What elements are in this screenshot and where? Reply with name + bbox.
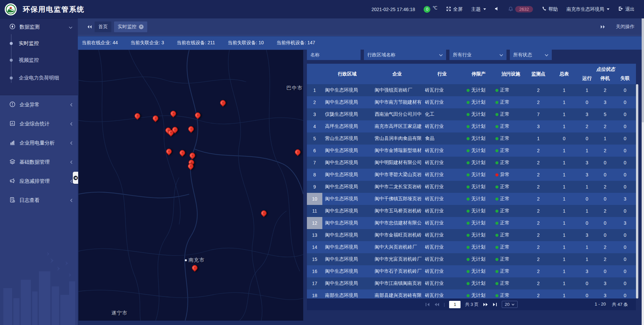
page-size-select[interactable]: 20 xyxy=(502,301,518,308)
first-page-button[interactable] xyxy=(425,303,430,307)
help-button[interactable]: 帮助 xyxy=(542,6,558,12)
status-select[interactable]: 所有状态 xyxy=(510,50,552,60)
table-row[interactable]: 10阆中生态环境局阆中千佛镇五郎垭页岩砖瓦行业无计划正常21003 xyxy=(307,193,636,205)
tab-0[interactable]: 首页 xyxy=(95,21,111,32)
cell-industry: 砖瓦行业 xyxy=(422,120,462,132)
cell-total: 1 xyxy=(550,277,578,289)
city-label: 遂宁市 xyxy=(111,310,127,316)
cell-facility: 正常 xyxy=(495,229,526,241)
last-page-button[interactable] xyxy=(493,303,497,307)
table-row[interactable]: 2阆中生态环境局阆中市南方节能建材有砖瓦行业无计划正常21030 xyxy=(307,96,636,108)
table-row[interactable]: 8阆中生态环境局阆中市枣碧大梁山页岩砖瓦行业无计划异常21300 xyxy=(307,169,636,181)
cell-industry: 砖瓦行业 xyxy=(422,265,462,277)
page-scrollbar[interactable] xyxy=(642,18,644,325)
cell-industry: 砖瓦行业 xyxy=(422,277,462,289)
name-search-input[interactable]: 名称 xyxy=(307,50,361,60)
table-row[interactable]: 12阆中生态环境局阆中市忠信建材有限公砖瓦行业无计划正常21003 xyxy=(307,217,636,229)
datetime: 2021-02-25 17:46:18 xyxy=(371,7,415,12)
sidebar-subitem-2[interactable]: 企业电力负荷明细 xyxy=(0,68,78,88)
tabs-scroll-right-button[interactable] xyxy=(600,25,606,29)
logout-button[interactable]: 退出 xyxy=(618,6,635,12)
sidebar-collapse-button[interactable]: ◀ xyxy=(73,172,78,184)
sidebar-item-6[interactable]: 日志查看 xyxy=(0,191,78,210)
cell-stop: 2 xyxy=(596,181,614,193)
table-row[interactable]: 4高坪生态环境局南充市高坪区王家店建砖瓦行业无计划正常31220 xyxy=(307,120,636,132)
cell-lost: 0 xyxy=(614,169,636,181)
table-scrollbar[interactable] xyxy=(636,84,638,299)
sidebar-subitem-0[interactable]: 实时监控 xyxy=(0,35,78,52)
bullet-dot-icon xyxy=(10,76,13,79)
cell-monitor: 3 xyxy=(526,120,550,132)
cell-run: 1 xyxy=(578,145,596,157)
next-page-button[interactable] xyxy=(483,303,488,307)
close-operations-button[interactable]: 关闭操作 xyxy=(616,24,635,30)
sidebar-subitem-1[interactable]: 视频监控 xyxy=(0,52,78,68)
sidebar-item-5[interactable]: 应急减排管理 xyxy=(0,172,78,191)
cell-total: 1 xyxy=(550,84,578,96)
cell-stop: 2 xyxy=(596,120,614,132)
status-dot-icon xyxy=(495,246,498,249)
sidebar-item-3[interactable]: 企业用电量分析 xyxy=(0,133,78,153)
cell-limit: 无计划 xyxy=(462,229,495,241)
sound-button[interactable] xyxy=(495,6,499,12)
cell-index: 11 xyxy=(307,205,322,217)
tab-close-icon[interactable]: × xyxy=(139,24,144,29)
industry-select[interactable]: 所有行业 xyxy=(449,50,506,60)
prev-page-button[interactable] xyxy=(434,303,439,307)
chevron-down-icon xyxy=(439,53,443,57)
org-dropdown[interactable]: 南充市生态环境局 xyxy=(567,6,609,12)
sidebar-item-0[interactable]: 数据监测 xyxy=(0,19,78,35)
table-row[interactable]: 1阆中生态环境局阆中强锐页岩砖厂砖瓦行业无计划正常21120 xyxy=(307,84,636,96)
cell-lost: 0 xyxy=(614,120,636,132)
col-monitor-header: 监测点 xyxy=(526,64,550,84)
table-row[interactable]: 13阆中生态环境局阆中市金福旺页岩机砖砖瓦行业无计划正常21300 xyxy=(307,229,636,241)
cell-facility: 正常 xyxy=(495,205,526,217)
cell-industry: 砖瓦行业 xyxy=(422,169,462,181)
tabs-scroll-left-button[interactable] xyxy=(87,25,92,29)
cell-stop: 3 xyxy=(596,96,614,108)
cell-facility: 正常 xyxy=(495,253,526,265)
sidebar-item-1[interactable]: 企业异常 xyxy=(0,95,78,114)
sidebar-subitem-label: 实时监控 xyxy=(19,40,39,47)
tab-label: 首页 xyxy=(98,24,108,30)
org-label: 南充市生态环境局 xyxy=(567,6,604,12)
page-number-input[interactable] xyxy=(449,301,461,308)
table-row[interactable]: 5营山生态环境局营山县润丰肉食品有限食品无计划正常10010 xyxy=(307,132,636,145)
cell-monitor: 7 xyxy=(526,108,550,120)
table-row[interactable]: 9阆中生态环境局阆中市二龙长宝页岩砖砖瓦行业无计划正常21120 xyxy=(307,181,636,193)
table-row[interactable]: 11阆中生态环境局阆中市五马桥页岩机砖砖瓦行业无计划正常21120 xyxy=(307,205,636,217)
table-row[interactable]: 16阆中生态环境局阆中市石子页岩机砖厂砖瓦行业无计划正常21300 xyxy=(307,265,636,277)
status-dot-icon xyxy=(495,198,498,201)
page-scrollbar-thumb[interactable] xyxy=(642,18,644,122)
cell-monitor: 2 xyxy=(526,96,550,108)
cell-index: 7 xyxy=(307,157,322,169)
map-panel[interactable]: 巴中市南充市遂宁市 xyxy=(78,50,303,321)
table-row[interactable]: 3仪陇生态环境局西南油气田分公司川中化工无计划正常71350 xyxy=(307,108,636,120)
cell-index: 12 xyxy=(307,217,322,229)
sidebar-item-4[interactable]: 基础数据管理 xyxy=(0,153,78,172)
table-row[interactable]: 14阆中生态环境局阆中大兴页岩机砖厂砖瓦行业无计划正常21120 xyxy=(307,241,636,253)
cell-facility: 正常 xyxy=(495,145,526,157)
theme-dropdown[interactable]: 主题 xyxy=(471,6,486,12)
cell-company: 阆中大兴页岩机砖厂 xyxy=(372,241,422,253)
cell-index: 2 xyxy=(307,96,322,108)
table-row[interactable]: 18南部生态环境局南部县建兴页岩砖有限砖瓦行业无计划正常21030 xyxy=(307,289,636,299)
table-header: 行政区域 企业 行业 停限产 治污设施 监测点 总表 点位状态 运行 停机 失联 xyxy=(307,64,636,84)
status-dot-icon xyxy=(467,173,470,176)
cell-monitor: 2 xyxy=(526,193,550,205)
sidebar-item-label: 企业异常 xyxy=(19,102,40,108)
table-row[interactable]: 6阆中生态环境局阆中市金博瑞新型墙材砖瓦行业无计划正常21120 xyxy=(307,145,636,157)
fullscreen-button[interactable]: 全屏 xyxy=(446,6,463,12)
notifications[interactable]: 2632 xyxy=(508,6,533,12)
status-dot-icon xyxy=(467,246,470,249)
page-size-value: 20 xyxy=(505,302,509,307)
region-select[interactable]: 行政区域名称 xyxy=(364,50,446,60)
table-row[interactable]: 15阆中生态环境局阆中市光富页岩机砖厂砖瓦行业无计划正常21120 xyxy=(307,253,636,265)
cell-facility: 正常 xyxy=(495,241,526,253)
tab-1[interactable]: 实时监控× xyxy=(114,21,147,32)
pagination-bar: | 共 3 页 20 1 - 20 共 47 条 xyxy=(307,299,636,310)
table-row[interactable]: 7阆中生态环境局阆中明阳建材有限公司砖瓦行业无计划正常21300 xyxy=(307,157,636,169)
sidebar-item-2[interactable]: 企业综合统计 xyxy=(0,114,78,133)
table-row[interactable]: 17阆中生态环境局阆中市江南镇阆南页岩砖瓦行业无计划正常21030 xyxy=(307,277,636,289)
cell-company: 阆中市江南镇阆南页岩 xyxy=(372,277,422,289)
